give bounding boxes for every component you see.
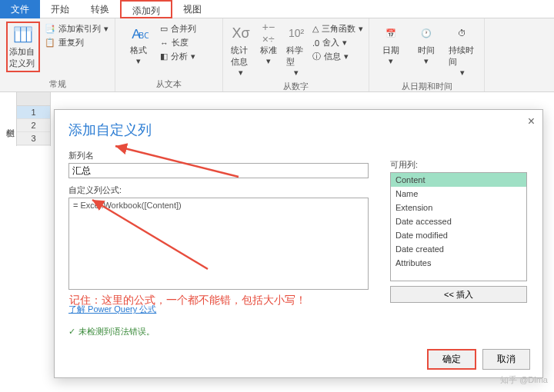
- list-item[interactable]: Attributes: [391, 256, 526, 270]
- length-icon: ↔: [160, 38, 169, 48]
- tab-file[interactable]: 文件: [0, 0, 40, 18]
- watermark: 知乎 @Dima: [500, 374, 548, 386]
- svg-text:BC: BC: [138, 31, 149, 40]
- time-button[interactable]: 🕐时间 ▾: [411, 22, 442, 68]
- calendar-icon: 📅: [381, 23, 401, 43]
- sci-icon: 10²: [286, 23, 306, 43]
- round-button[interactable]: .0舍入 ▾: [312, 37, 363, 48]
- new-column-input[interactable]: [68, 163, 369, 178]
- row-3[interactable]: 3: [17, 132, 50, 145]
- duplicate-icon: 📋: [45, 38, 55, 48]
- stats-button[interactable]: Xσ统计信息 ▾: [229, 22, 252, 79]
- close-icon[interactable]: ×: [528, 115, 535, 128]
- menu-tabs: 文件 开始 转换 添加列 视图: [0, 0, 554, 18]
- scientific-button[interactable]: 10²科学型 ▾: [285, 22, 308, 79]
- duplicate-column-button[interactable]: 📋重复列: [45, 37, 108, 48]
- format-icon: ABC: [128, 23, 149, 43]
- available-columns-list[interactable]: Content Name Extension Date accessed Dat…: [390, 172, 527, 281]
- round-icon: .0: [312, 38, 319, 48]
- list-item[interactable]: Date created: [391, 242, 526, 256]
- group-general: 常规: [6, 77, 108, 91]
- row-headers: 1 2 3: [17, 92, 51, 146]
- info-button[interactable]: ⓘ信息 ▾: [312, 51, 363, 62]
- tab-add-column[interactable]: 添加列: [120, 0, 172, 18]
- custom-column-label: 添加自定义列: [9, 46, 37, 69]
- trig-icon: △: [312, 24, 319, 34]
- group-text: 从文本: [122, 77, 216, 91]
- corner-cell[interactable]: [17, 92, 50, 106]
- table-icon: [13, 25, 33, 45]
- dialog-title: 添加自定义列: [68, 121, 529, 139]
- ok-button[interactable]: 确定: [427, 349, 476, 370]
- trig-button[interactable]: △三角函数 ▾: [312, 23, 363, 35]
- merge-icon: ▭: [160, 24, 168, 34]
- index-column-button[interactable]: 📑添加索引列 ▾: [45, 23, 108, 35]
- duration-button[interactable]: ⏱持续时间 ▾: [447, 22, 478, 79]
- ribbon: 添加自定义列 📑添加索引列 ▾ 📋重复列 常规 ABC 格式 ▾ ▭合并列 ↔长…: [0, 18, 554, 92]
- group-datetime: 从日期和时间: [375, 79, 478, 94]
- list-item[interactable]: Content: [391, 173, 526, 187]
- parse-button[interactable]: ◧分析 ▾: [160, 51, 196, 62]
- formula-input[interactable]: = Excel.Workbook([Content]): [68, 198, 369, 290]
- tab-start[interactable]: 开始: [40, 0, 80, 18]
- duration-icon: ⏱: [452, 23, 472, 43]
- parse-icon: ◧: [160, 51, 168, 61]
- svg-rect-1: [15, 27, 32, 31]
- insert-button[interactable]: << 插入: [390, 286, 527, 303]
- tab-view[interactable]: 视图: [172, 0, 212, 18]
- format-button[interactable]: ABC 格式 ▾: [122, 22, 155, 68]
- merge-button[interactable]: ▭合并列: [160, 23, 196, 35]
- row-2[interactable]: 2: [17, 119, 50, 132]
- info-icon: ⓘ: [312, 51, 321, 62]
- list-item[interactable]: Name: [391, 187, 526, 201]
- clock-icon: 🕐: [416, 23, 436, 43]
- cancel-button[interactable]: 取消: [482, 349, 530, 370]
- row-1[interactable]: 1: [17, 106, 50, 119]
- date-button[interactable]: 📅日期 ▾: [375, 22, 406, 68]
- list-item[interactable]: Extension: [391, 201, 526, 214]
- custom-column-button[interactable]: 添加自定义列: [6, 22, 40, 72]
- list-item[interactable]: Date modified: [391, 228, 526, 242]
- standard-button[interactable]: +−×÷标准 ▾: [257, 22, 280, 68]
- check-icon: ✓: [68, 327, 75, 337]
- tab-convert[interactable]: 转换: [80, 0, 120, 18]
- available-columns-label: 可用列:: [390, 159, 527, 171]
- learn-more-link[interactable]: 了解 Power Query 公式: [68, 304, 156, 314]
- syntax-status: ✓ 未检测到语法错误。: [68, 326, 529, 337]
- group-number: 从数字: [229, 79, 362, 94]
- length-button[interactable]: ↔长度: [160, 37, 196, 48]
- sigma-icon: Xσ: [231, 23, 251, 43]
- standard-icon: +−×÷: [259, 23, 279, 43]
- add-custom-column-dialog: × 添加自定义列 新列名 自定义列公式: = Excel.Workbook([C…: [54, 109, 543, 378]
- list-item[interactable]: Date accessed: [391, 214, 526, 228]
- side-panel-label[interactable]: 侧栏: [0, 92, 17, 146]
- index-icon: 📑: [45, 24, 55, 34]
